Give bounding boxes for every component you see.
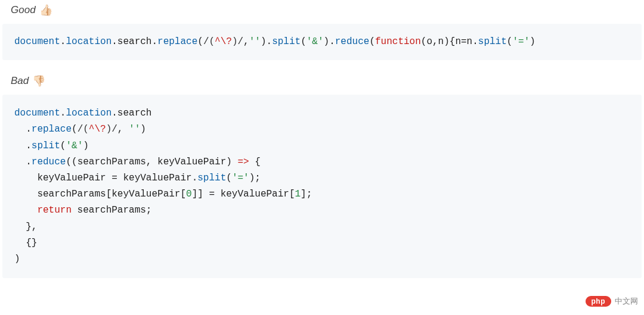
watermark: php 中文网	[586, 296, 639, 307]
code-token: (	[197, 36, 203, 47]
code-token: .	[151, 36, 157, 47]
code-token: (	[507, 36, 513, 47]
code-token: replace	[32, 124, 72, 135]
code-token: ''	[249, 36, 261, 47]
code-token: ).	[324, 36, 335, 47]
code-token: search	[117, 108, 152, 118]
bad-label: Bad 👎🏻	[0, 71, 644, 95]
code-token: .	[14, 157, 32, 167]
code-token: )	[140, 124, 146, 135]
code-token: reduce	[335, 36, 370, 47]
code-token: ];	[301, 189, 312, 199]
code-token: location	[66, 36, 112, 47]
code-token	[14, 205, 37, 216]
code-token: )	[530, 36, 535, 47]
code-token: replace	[157, 36, 197, 47]
code-token: (	[301, 36, 306, 47]
code-token: '='	[512, 36, 530, 47]
code-token: ]] = keyValuePair[	[192, 189, 295, 199]
code-token: document	[14, 36, 60, 47]
code-token: );	[249, 173, 261, 183]
code-token: split	[197, 173, 226, 183]
code-token: .	[60, 36, 66, 47]
code-token: split	[32, 141, 60, 151]
code-token: 1	[295, 189, 301, 199]
code-token: ''	[129, 124, 140, 135]
code-token: ,	[243, 36, 249, 47]
thumbs-up-icon: 👍🏻	[39, 4, 52, 17]
code-token: ^\?	[215, 36, 232, 47]
code-token: ).	[261, 36, 272, 47]
bad-code-block: document.location.search .replace(/(^\?)…	[2, 95, 642, 278]
code-token: location	[66, 108, 112, 118]
code-token: ((searchParams, keyValuePair)	[66, 157, 237, 167]
code-token: )	[14, 254, 20, 264]
code-token: .	[14, 124, 32, 135]
code-token: function	[375, 36, 421, 47]
code-token: =>	[237, 157, 249, 167]
code-token: )	[83, 141, 89, 151]
code-token: reduce	[32, 157, 66, 167]
code-token: return	[37, 205, 72, 216]
code-token: (	[369, 36, 375, 47]
code-token: '&'	[306, 36, 324, 47]
code-token: document	[14, 108, 60, 118]
code-token: (	[72, 124, 78, 135]
code-token: .	[60, 108, 66, 118]
watermark-pill: php	[586, 296, 612, 307]
code-token: .	[14, 141, 32, 151]
code-token: /(	[203, 36, 215, 47]
code-token: search	[117, 36, 152, 47]
code-token: /(	[78, 124, 89, 135]
good-label-text: Good	[11, 4, 36, 16]
code-token: split	[478, 36, 507, 47]
code-token: (	[60, 141, 66, 151]
code-token: split	[272, 36, 301, 47]
code-token: .	[112, 108, 117, 118]
good-code-block: document.location.search.replace(/(^\?)/…	[2, 24, 642, 60]
code-token: {	[249, 157, 261, 167]
code-token: (o,n){n=n.	[421, 36, 478, 47]
code-token: '='	[232, 173, 249, 183]
thumbs-down-icon: 👎🏻	[32, 74, 45, 88]
code-token: (	[226, 173, 232, 183]
code-token: ^\?	[89, 124, 106, 135]
code-token: )/	[106, 124, 117, 135]
code-token: )/	[232, 36, 243, 47]
code-token: ,	[117, 124, 129, 135]
code-token: .	[112, 36, 117, 47]
code-token: },	[14, 222, 37, 232]
watermark-text: 中文网	[615, 296, 638, 307]
code-token: searchParams[keyValuePair[	[14, 189, 186, 199]
code-token: keyValuePair = keyValuePair.	[14, 173, 197, 183]
code-token: '&'	[66, 141, 83, 151]
code-token: searchParams;	[72, 205, 151, 216]
code-token: {}	[14, 238, 37, 248]
code-token: 0	[186, 189, 192, 199]
bad-label-text: Bad	[11, 75, 29, 87]
good-label: Good 👍🏻	[0, 0, 644, 24]
